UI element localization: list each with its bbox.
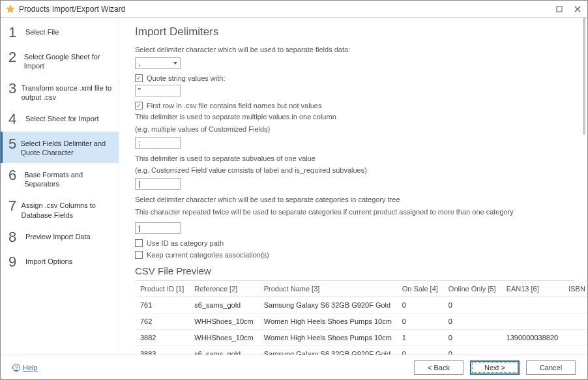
- step-8[interactable]: 8Preview Import Data: [1, 225, 119, 250]
- cell-ean: 1390000038820: [501, 329, 564, 345]
- scrollbar-thumb[interactable]: [583, 18, 585, 135]
- cell-ean: [501, 345, 564, 355]
- window-title: Products Import/Export Wizard: [19, 5, 555, 14]
- step-3[interactable]: 3Transform source .xml file to output .c…: [1, 76, 119, 108]
- cell-ean: [501, 313, 564, 329]
- cell-pid: 761: [135, 297, 189, 313]
- col-product-name[interactable]: Product Name [3]: [259, 281, 397, 297]
- page-title: Import Delimiters: [135, 25, 574, 38]
- firstrow-label: First row in .csv file contains field na…: [147, 102, 321, 110]
- quote-checkbox[interactable]: [135, 74, 143, 82]
- quote-input[interactable]: [135, 85, 181, 96]
- cell-online: 0: [443, 297, 501, 313]
- sub-delimiter-input[interactable]: [135, 178, 181, 190]
- cat-desc-2: This character repeated twice will be us…: [135, 207, 574, 217]
- preview-table: Product ID [1] Reference [2] Product Nam…: [135, 281, 587, 355]
- cancel-button[interactable]: Cancel: [526, 360, 576, 375]
- main-panel: Import Delimiters Select delimiter chara…: [119, 18, 587, 355]
- cell-name: Samsung Galaxy S6 32GB G920F Gold: [259, 297, 397, 313]
- footer: ? Help < Back Next > Cancel: [1, 355, 587, 379]
- cell-ref: WHHShoes_10cm: [189, 313, 258, 329]
- table-row[interactable]: 3883s6_sams_goldSamsung Galaxy S6 32GB G…: [135, 345, 587, 355]
- firstrow-checkbox[interactable]: [135, 102, 143, 110]
- useid-checkbox[interactable]: [135, 239, 143, 247]
- cell-onsale: 1: [397, 329, 443, 345]
- close-button[interactable]: [573, 5, 582, 14]
- cell-ean: [501, 297, 564, 313]
- step-7[interactable]: 7Assign .csv Columns to Database Fields: [1, 194, 119, 225]
- cell-onsale: 0: [397, 345, 443, 355]
- sub-desc-2: (e.g. Customized Field value consists of…: [135, 166, 574, 175]
- cell-ref: s6_sams_gold: [189, 345, 258, 355]
- col-on-sale[interactable]: On Sale [4]: [397, 281, 443, 297]
- preview-heading: CSV File Preview: [135, 265, 574, 276]
- vertical-scrollbar[interactable]: [582, 18, 586, 353]
- cell-ref: s6_sams_gold: [189, 297, 258, 313]
- titlebar: Products Import/Export Wizard: [1, 1, 587, 18]
- step-9[interactable]: 9Import Options: [1, 250, 119, 274]
- quote-label: Quote string values with:: [147, 74, 225, 82]
- delimiter-desc: Select delimiter character which will be…: [135, 45, 574, 55]
- help-icon: ?: [12, 364, 20, 372]
- delimiter-select[interactable]: ,: [135, 57, 181, 69]
- cell-ref: WHHShoes_10cm: [189, 329, 258, 345]
- cell-pid: 3882: [135, 329, 189, 345]
- col-reference[interactable]: Reference [2]: [189, 281, 258, 297]
- cell-online: 0: [443, 329, 501, 345]
- useid-label: Use ID as category path: [147, 239, 224, 247]
- keepcat-checkbox[interactable]: [135, 251, 143, 259]
- table-row[interactable]: 761s6_sams_goldSamsung Galaxy S6 32GB G9…: [135, 297, 587, 313]
- cell-onsale: 0: [397, 297, 443, 313]
- step-4[interactable]: 4Select Sheet for Import: [1, 107, 119, 132]
- cell-name: Women High Heels Shoes Pumps 10cm: [259, 329, 397, 345]
- cell-pid: 762: [135, 313, 189, 329]
- step-6[interactable]: 6Base Formats and Separators: [1, 163, 119, 194]
- table-row[interactable]: 3882WHHShoes_10cmWomen High Heels Shoes …: [135, 329, 587, 345]
- cell-online: 0: [443, 313, 501, 329]
- category-delimiter-input[interactable]: [135, 222, 181, 234]
- col-product-id[interactable]: Product ID [1]: [135, 281, 189, 297]
- multi-desc-1: This delimiter is used to separate multi…: [135, 112, 574, 122]
- cell-onsale: 0: [397, 313, 443, 329]
- multi-delimiter-input[interactable]: [135, 137, 181, 149]
- cell-name: Samsung Galaxy S6 32GB G920F Gold: [259, 345, 397, 355]
- col-online-only[interactable]: Online Only [5]: [443, 281, 501, 297]
- back-button[interactable]: < Back: [414, 360, 463, 375]
- step-1[interactable]: 1Select File: [1, 20, 119, 45]
- cell-online: 0: [443, 345, 501, 355]
- sub-desc-1: This delimiter is used to separate subva…: [135, 154, 574, 164]
- cell-name: Women High Heels Shoes Pumps 10cm: [259, 313, 397, 329]
- help-link[interactable]: ? Help: [12, 364, 38, 372]
- step-5[interactable]: 5Select Fields Delimiter and Quote Chara…: [1, 132, 119, 163]
- app-icon: [6, 5, 15, 14]
- keepcat-label: Keep current categories association(s): [147, 251, 269, 259]
- table-row[interactable]: 762WHHShoes_10cmWomen High Heels Shoes P…: [135, 313, 587, 329]
- cat-desc-1: Select delimiter character which will be…: [135, 195, 574, 205]
- table-header-row: Product ID [1] Reference [2] Product Nam…: [135, 281, 587, 297]
- multi-desc-2: (e.g. multiple values of Customized Fiel…: [135, 124, 574, 134]
- cell-pid: 3883: [135, 345, 189, 355]
- next-button[interactable]: Next >: [470, 360, 520, 375]
- step-2[interactable]: 2Select Google Sheet for Import: [1, 45, 119, 76]
- maximize-button[interactable]: [555, 5, 564, 14]
- preview-table-wrap: Product ID [1] Reference [2] Product Nam…: [135, 280, 574, 355]
- svg-rect-0: [557, 7, 562, 12]
- col-ean13[interactable]: EAN13 [6]: [501, 281, 564, 297]
- wizard-sidebar: 1Select File 2Select Google Sheet for Im…: [1, 18, 119, 355]
